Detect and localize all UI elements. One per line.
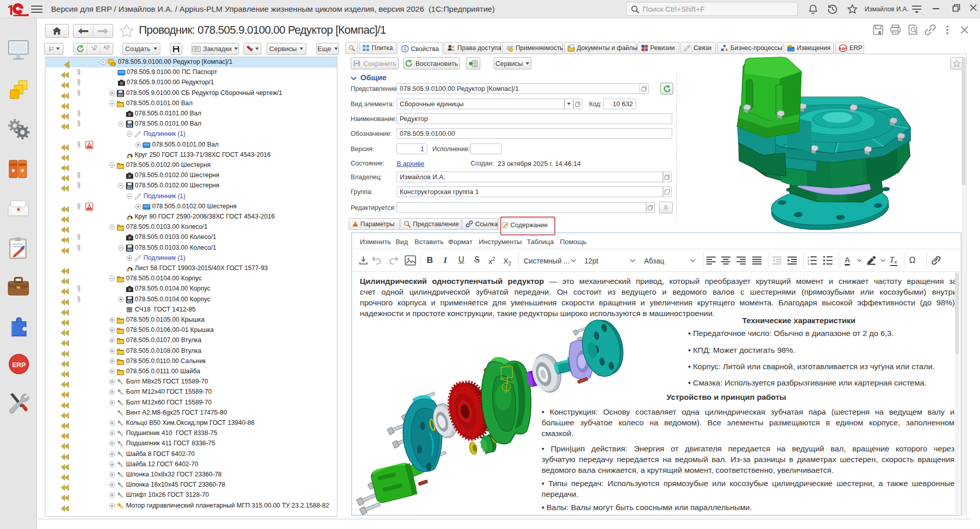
svg-text:3: 3 [807, 262, 810, 265]
svg-text:1: 1 [807, 256, 810, 259]
svg-text:ERP: ERP [840, 46, 847, 50]
svg-text:ERP: ERP [12, 361, 26, 369]
svg-text:2: 2 [807, 259, 810, 262]
